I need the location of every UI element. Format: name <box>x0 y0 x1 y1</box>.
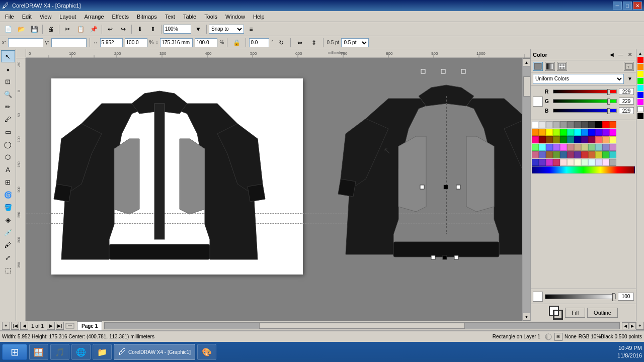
page-tab-1[interactable]: Page 1 <box>77 321 102 330</box>
swatch-white[interactable] <box>532 121 539 128</box>
swatch-cell[interactable] <box>560 121 567 128</box>
swatch-cell[interactable] <box>546 136 553 143</box>
strip-magenta[interactable] <box>637 99 643 105</box>
canvas-area[interactable]: 0 100 200 300 400 500 600 700 800 900 10… <box>16 49 530 321</box>
g-value-input[interactable]: 229 <box>619 98 634 105</box>
swatch-cell[interactable] <box>588 159 595 166</box>
tb-save[interactable]: 💾 <box>28 24 40 35</box>
tb-mirror-h[interactable]: ⇔ <box>294 37 306 48</box>
canvas-content[interactable]: ↖ <box>26 58 530 321</box>
uniform-color-icon[interactable] <box>533 62 543 71</box>
swatch-cell[interactable] <box>546 151 553 158</box>
page-add-button[interactable]: + <box>2 322 10 330</box>
swatch-cell[interactable] <box>532 144 539 151</box>
page-next-button[interactable]: ▶ <box>47 322 55 330</box>
swatch-cell[interactable] <box>532 159 539 166</box>
page-prev-button[interactable]: ◀ <box>20 322 28 330</box>
swatch-cell[interactable] <box>574 136 581 143</box>
strip-blue[interactable] <box>637 92 643 98</box>
color-mode-dropdown[interactable]: ▼ <box>626 75 634 83</box>
x-coord-input[interactable]: 400.781 mm <box>8 38 43 47</box>
swatch-cell[interactable] <box>532 129 539 136</box>
menu-tools[interactable]: Tools <box>200 13 221 21</box>
tb-cut[interactable]: ✂ <box>61 24 73 35</box>
tool-polygon[interactable]: ⬡ <box>1 151 15 163</box>
pattern-fill-icon[interactable] <box>557 62 567 71</box>
tool-select[interactable]: ↖ <box>1 50 15 62</box>
strip-white[interactable] <box>637 106 643 112</box>
b-value-input[interactable]: 229 <box>619 107 634 114</box>
tb-export[interactable]: ⬆ <box>147 24 159 35</box>
swatch-red[interactable] <box>602 121 609 128</box>
swatch-cell[interactable] <box>546 144 553 151</box>
color-mode-select[interactable]: Uniform Colors <box>533 74 624 84</box>
tool-rect[interactable]: ▭ <box>1 126 15 138</box>
panel-menu-button[interactable]: ◀ <box>608 51 616 59</box>
page-first-button[interactable]: |◀ <box>11 322 19 330</box>
menu-file[interactable]: File <box>1 13 18 21</box>
tool-ellipse[interactable]: ◯ <box>1 138 15 150</box>
zoom-input[interactable]: 100% <box>164 25 191 34</box>
angle-input[interactable] <box>249 38 269 47</box>
tb-lock-ratio[interactable]: 🔒 <box>230 37 243 48</box>
swatch-cell[interactable] <box>553 151 560 158</box>
start-button[interactable]: ⊞ <box>2 344 27 360</box>
swatch-cell[interactable] <box>539 159 546 166</box>
tb-paste[interactable]: 📌 <box>88 24 100 35</box>
swatch-cell[interactable] <box>581 136 588 143</box>
swatch-black[interactable] <box>595 121 602 128</box>
hscroll-track[interactable] <box>104 322 620 329</box>
g-slider-track[interactable] <box>553 99 617 103</box>
menu-text[interactable]: Text <box>161 13 179 21</box>
strip-black[interactable] <box>637 113 643 119</box>
swatch-cell[interactable] <box>609 159 616 166</box>
scroll-up-button[interactable]: ▲ <box>523 58 531 66</box>
swatch-cell[interactable] <box>581 159 588 166</box>
swatch-yellow[interactable] <box>546 129 553 136</box>
swatch-cell[interactable] <box>574 144 581 151</box>
taskbar-app-media[interactable]: 🎵 <box>50 344 69 360</box>
r-value-input[interactable]: 229 <box>619 88 634 95</box>
swatch-cell[interactable] <box>539 136 546 143</box>
menu-layout[interactable]: Layout <box>55 13 80 21</box>
swatch-cell[interactable] <box>602 159 609 166</box>
swatch-cell[interactable] <box>567 159 574 166</box>
swatch-cell[interactable] <box>567 144 574 151</box>
height-input[interactable] <box>160 38 193 47</box>
brightness-slider[interactable] <box>545 294 616 299</box>
menu-window[interactable]: Window <box>221 13 249 21</box>
swatch-cell[interactable] <box>581 151 588 158</box>
height-pct-input[interactable] <box>195 38 217 47</box>
swatch-cell[interactable] <box>595 159 602 166</box>
swatch-cell[interactable] <box>567 151 574 158</box>
swatch-cell[interactable] <box>581 144 588 151</box>
swatch-cell[interactable] <box>560 136 567 143</box>
fountain-fill-icon[interactable] <box>545 62 555 71</box>
zoom-in-button[interactable]: + <box>636 322 644 330</box>
swatch-cell[interactable] <box>574 121 581 128</box>
taskbar-app-files[interactable]: 📁 <box>93 344 112 360</box>
snap-to-select[interactable]: Snap to <box>209 25 244 34</box>
tool-dropper[interactable]: 💉 <box>1 226 15 238</box>
swatch-cell[interactable] <box>567 129 574 136</box>
fill-button[interactable]: Fill <box>565 308 585 318</box>
menu-view[interactable]: View <box>36 13 56 21</box>
swatch-cell[interactable] <box>560 144 567 151</box>
swatch-cell[interactable] <box>574 151 581 158</box>
strip-cyan[interactable] <box>637 85 643 91</box>
minimize-button[interactable]: ─ <box>613 2 622 10</box>
page-last-button[interactable]: ▶| <box>56 322 64 330</box>
swatch-cell[interactable] <box>588 121 595 128</box>
tool-fill[interactable]: 🪣 <box>1 201 15 213</box>
tb-print[interactable]: 🖨 <box>45 24 57 35</box>
snap-indicator[interactable]: ⊞ <box>554 333 562 341</box>
swatch-cell[interactable] <box>539 121 546 128</box>
r-slider-track[interactable] <box>553 89 617 94</box>
hscroll-thumb[interactable] <box>259 323 465 329</box>
taskbar-app-windows[interactable]: 🪟 <box>29 344 48 360</box>
swatch-cell[interactable] <box>609 144 616 151</box>
swatch-cell[interactable] <box>553 159 560 166</box>
strip-green[interactable] <box>637 78 643 84</box>
swatch-cell[interactable] <box>539 129 546 136</box>
strip-yellow[interactable] <box>637 71 643 77</box>
